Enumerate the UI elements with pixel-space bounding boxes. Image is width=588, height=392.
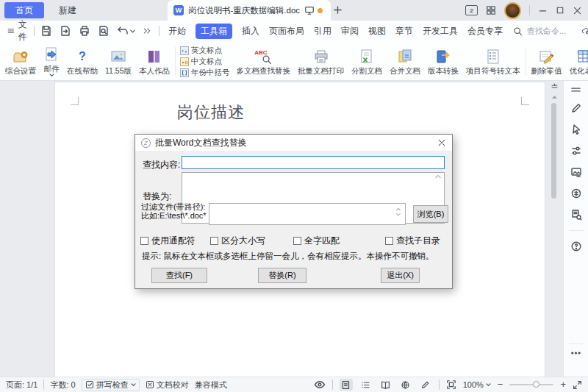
filter-file-input[interactable] [209, 203, 406, 225]
book-search-icon[interactable] [570, 209, 582, 221]
zoom-level[interactable]: 100% [463, 380, 491, 389]
ribbon-item-year-brackets[interactable]: 年份中括号 [180, 68, 230, 77]
word-count[interactable]: 字数: 0 [50, 379, 75, 391]
maximize-icon[interactable] [556, 6, 564, 15]
save-icon[interactable] [40, 25, 52, 37]
batch-replace-dialog: Z 批量Word文档查找替换 查找内容: 替换为: 过滤文件(带路径): 比如:… [135, 134, 453, 289]
ribbon-item-split-doc[interactable]: 分割文档 [348, 43, 386, 80]
cursor-select-icon[interactable] [570, 124, 582, 135]
plus-icon [332, 4, 343, 15]
print-icon[interactable] [79, 25, 90, 37]
cloud-status[interactable]: 未上云 [581, 18, 588, 43]
tab-view[interactable]: 视图 [368, 25, 386, 38]
file-menu[interactable]: 文件 [18, 18, 31, 43]
scroll-up-icon[interactable] [551, 95, 558, 99]
ribbon-item-general-settings[interactable]: 综合设置 [1, 43, 40, 80]
zoom-in-button[interactable]: + [560, 381, 566, 388]
sidebar-handle-icon[interactable] [570, 87, 581, 93]
case-sensitive-checkbox[interactable]: 区分大小写 [210, 235, 265, 247]
filter-spinner[interactable] [395, 207, 401, 216]
ruler-toggle-icon[interactable] [551, 82, 559, 90]
print-preview-icon[interactable] [98, 25, 110, 37]
ribbon-item-online-help[interactable]: ? 在线帮助 [63, 43, 101, 80]
find-content-input[interactable] [182, 156, 445, 169]
window-mode-icon[interactable]: 2 [465, 5, 478, 15]
checkbox-box[interactable] [385, 237, 393, 245]
exit-button[interactable]: 退出(X) [381, 268, 420, 283]
view-mode-web[interactable] [399, 379, 412, 391]
view-mode-page[interactable] [340, 379, 353, 391]
fullscreen-icon[interactable] [573, 380, 582, 390]
scroll-up-arrow-icon[interactable] [435, 174, 441, 179]
hamburger-menu-icon[interactable] [7, 26, 15, 36]
picture-tool-icon[interactable] [570, 166, 582, 178]
spellcheck-toggle[interactable]: 拼写检查 [82, 379, 140, 391]
coin-icon[interactable] [570, 188, 582, 199]
document-tab[interactable]: W 岗位说明书-重庆数据编辑.doc [168, 0, 331, 21]
margin-mark [71, 97, 79, 105]
search-subfolder-checkbox[interactable]: 查找子目录 [385, 235, 440, 247]
tab-member[interactable]: 会员专享 [467, 25, 503, 38]
user-avatar[interactable] [504, 2, 521, 19]
tab-start[interactable]: 开始 [168, 25, 186, 38]
close-icon[interactable] [573, 6, 582, 15]
new-tab[interactable]: 新建 [59, 4, 76, 17]
pen-edit-icon[interactable] [570, 102, 582, 114]
eye-protect-icon[interactable] [314, 379, 326, 391]
ribbon-item-delete-zero[interactable]: 删除零值 [528, 43, 566, 80]
view-mode-outline[interactable] [359, 379, 373, 391]
view-mode-read[interactable] [379, 379, 392, 391]
ribbon-item-version[interactable]: 11.55版 [101, 43, 135, 80]
ribbon-item-optimize-table[interactable]: 优化表格 [566, 43, 588, 80]
checkbox-box[interactable] [140, 237, 148, 245]
new-document-tab-button[interactable] [332, 4, 343, 15]
zoom-slider[interactable] [509, 384, 553, 385]
more-tools-chevrons-icon[interactable] [143, 26, 151, 35]
ribbon-item-merge-doc[interactable]: 合并文档 [386, 43, 424, 80]
zoom-slider-thumb[interactable] [533, 381, 539, 388]
vertical-scrollbar[interactable] [548, 81, 560, 377]
fit-page-icon[interactable] [446, 379, 456, 390]
more-tools-icon[interactable] [570, 350, 581, 356]
view-mode-write[interactable] [419, 379, 432, 391]
find-button[interactable]: 查找(F) [151, 268, 207, 283]
tab-toolbox[interactable]: 工具箱 [196, 24, 232, 39]
command-search[interactable] [513, 26, 581, 36]
ribbon-item-bullets-to-text[interactable]: 项目符号转文本 [462, 43, 524, 80]
tab-insert[interactable]: 插入 [242, 25, 259, 38]
whole-word-checkbox[interactable]: 全字匹配 [293, 235, 340, 247]
ribbon-item-en-punct[interactable]: 英文标点 [180, 46, 230, 55]
app-grid-icon[interactable] [486, 5, 496, 15]
ribbon-item-my-works[interactable]: 本人作品 [135, 43, 173, 80]
spinner-up-icon[interactable] [395, 207, 401, 211]
ribbon-item-multi-doc-replace[interactable]: ABC 多文档查找替换 [233, 43, 295, 80]
dialog-titlebar[interactable]: Z 批量Word文档查找替换 [135, 135, 452, 151]
sliders-icon[interactable] [570, 145, 582, 157]
ribbon-item-batch-print[interactable]: 批量文档打印 [294, 43, 348, 80]
dialog-close-icon[interactable] [437, 138, 446, 147]
spinner-down-icon[interactable] [395, 213, 401, 216]
caret-down-icon[interactable] [130, 29, 135, 34]
home-tab[interactable]: 首页 [4, 2, 44, 18]
tab-dev-tools[interactable]: 开发工具 [423, 25, 458, 38]
scrollbar-thumb[interactable] [551, 103, 556, 199]
tab-references[interactable]: 引用 [314, 25, 331, 38]
help-icon[interactable] [570, 240, 582, 252]
ribbon-item-version-convert[interactable]: 版本转换 [424, 43, 462, 80]
checkbox-box[interactable] [210, 237, 218, 245]
tab-section[interactable]: 章节 [395, 25, 413, 38]
command-search-input[interactable] [526, 26, 581, 36]
checkbox-box[interactable] [293, 237, 301, 245]
minimize-icon[interactable] [538, 6, 548, 15]
export-icon[interactable] [60, 25, 71, 37]
proofread-button[interactable]: 文档校对 [146, 379, 189, 391]
ribbon-item-mail[interactable]: 邮件 [40, 43, 63, 80]
wildcard-checkbox[interactable]: 使用通配符 [140, 235, 196, 247]
ribbon-item-cn-punct[interactable]: 中文标点 [180, 57, 230, 66]
zoom-out-button[interactable]: − [498, 381, 503, 388]
tab-review[interactable]: 审阅 [341, 25, 359, 38]
tab-page-layout[interactable]: 页面布局 [269, 25, 304, 38]
browse-button[interactable]: 浏览(B) [413, 205, 448, 223]
replace-button[interactable]: 替换(R) [258, 268, 306, 283]
undo-icon[interactable] [117, 25, 129, 37]
